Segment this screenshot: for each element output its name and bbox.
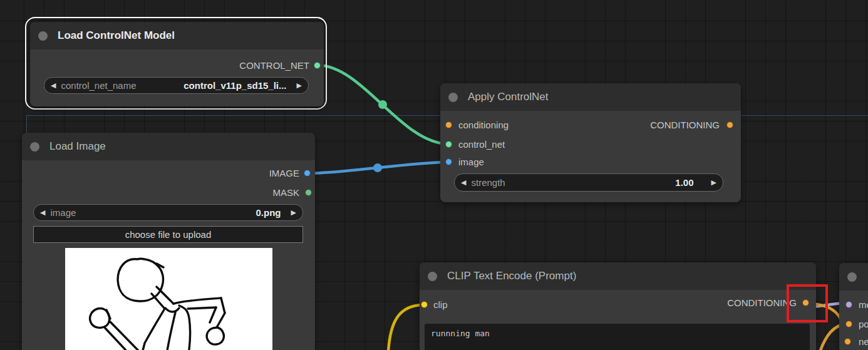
input-port-negative: negative [839, 335, 868, 349]
widget-strength[interactable]: ◀ strength 1.00 ▶ [454, 173, 723, 192]
widget-control-net-name[interactable]: ◀ control_net_name control_v11p_sd15_li.… [44, 77, 309, 94]
collapse-dot-icon[interactable] [448, 93, 458, 102]
arrow-left-icon[interactable]: ◀ [461, 178, 466, 187]
node-title-bar[interactable] [839, 263, 868, 291]
input-dot-negative[interactable] [844, 338, 851, 345]
input-label: control_net [458, 138, 505, 152]
node-load-controlnet-model[interactable]: Load ControlNet Model CONTROL_NET ◀ cont… [30, 22, 324, 106]
widget-image-file[interactable]: ◀ image 0.png ▶ [33, 204, 303, 221]
output-port-image: IMAGE [22, 167, 315, 180]
widget-label: strength [471, 177, 505, 188]
arrow-right-icon[interactable]: ▶ [297, 81, 302, 90]
node-apply-controlnet[interactable]: Apply ControlNet conditioning CONDITIONI… [440, 83, 741, 202]
input-port-positive: positive [839, 317, 868, 331]
input-dot-positive[interactable] [845, 321, 852, 327]
input-port-control-net: control_net [440, 138, 741, 152]
collapse-dot-icon[interactable] [38, 31, 48, 41]
input-label: model [859, 298, 868, 312]
node-title: Load ControlNet Model [58, 22, 175, 49]
node-clip-text-encode[interactable]: CLIP Text Encode (Prompt) clip CONDITION… [420, 262, 816, 350]
input-label: negative [859, 335, 868, 349]
collapse-dot-icon[interactable] [428, 272, 437, 281]
node-title: Load Image [49, 133, 106, 160]
node-title: CLIP Text Encode (Prompt) [447, 262, 576, 290]
input-dot-control-net[interactable] [445, 141, 452, 148]
collapse-dot-icon[interactable] [30, 142, 39, 152]
input-dot-model[interactable] [845, 301, 852, 308]
output-label: IMAGE [269, 167, 299, 180]
node-title: Apply ControlNet [468, 83, 549, 111]
output-dot-control-net[interactable] [314, 62, 321, 69]
node-load-image[interactable]: Load Image IMAGE MASK ◀ image 0.png ▶ ch… [22, 133, 315, 350]
node-title-bar[interactable]: CLIP Text Encode (Prompt) [420, 262, 816, 290]
output-dot-image[interactable] [304, 170, 311, 177]
widget-value: 1.00 [675, 177, 693, 188]
output-port-mask: MASK [22, 186, 315, 200]
widget-label: image [50, 207, 76, 218]
input-port-image: image [440, 155, 741, 169]
widget-value: 0.png [256, 207, 281, 218]
output-port-conditioning: CONDITIONING [420, 296, 816, 310]
arrow-right-icon[interactable]: ▶ [291, 208, 296, 217]
arrow-left-icon[interactable]: ◀ [40, 208, 45, 217]
input-label: image [458, 155, 484, 169]
image-preview-running-man-sketch [65, 248, 272, 350]
output-label: CONDITIONING [650, 118, 720, 132]
input-dot-conditioning[interactable] [445, 121, 452, 128]
output-dot-conditioning[interactable] [726, 121, 733, 128]
choose-file-button[interactable]: choose file to upload [33, 226, 303, 243]
output-label: MASK [272, 186, 299, 200]
input-port-conditioning: conditioning CONDITIONING [440, 118, 741, 132]
output-label: CONTROL_NET [239, 59, 309, 73]
widget-value: control_v11p_sd15_li... [183, 80, 286, 91]
prompt-textarea[interactable]: runnning man [425, 324, 810, 350]
output-port-control-net: CONTROL_NET [30, 59, 324, 73]
node-partial-right[interactable]: model positive negative [839, 263, 868, 350]
running-man-sketch-drawing [65, 248, 272, 350]
input-label: conditioning [458, 118, 509, 132]
wire-controlnet-midpoint-dot [378, 100, 387, 109]
input-port-model: model [839, 298, 868, 312]
red-highlight-annotation [787, 284, 828, 322]
arrow-right-icon[interactable]: ▶ [711, 178, 716, 187]
node-title-bar[interactable]: Load Image [22, 133, 315, 160]
node-graph-canvas[interactable]: Load ControlNet Model CONTROL_NET ◀ cont… [0, 0, 868, 350]
node-title-bar[interactable]: Apply ControlNet [440, 83, 741, 111]
node-title-bar[interactable]: Load ControlNet Model [30, 22, 324, 49]
collapse-dot-icon[interactable] [847, 272, 857, 282]
widget-label: control_net_name [61, 80, 136, 91]
output-dot-mask[interactable] [305, 189, 312, 196]
input-label: positive [859, 317, 868, 331]
arrow-left-icon[interactable]: ◀ [51, 81, 56, 90]
input-dot-image[interactable] [445, 158, 452, 165]
